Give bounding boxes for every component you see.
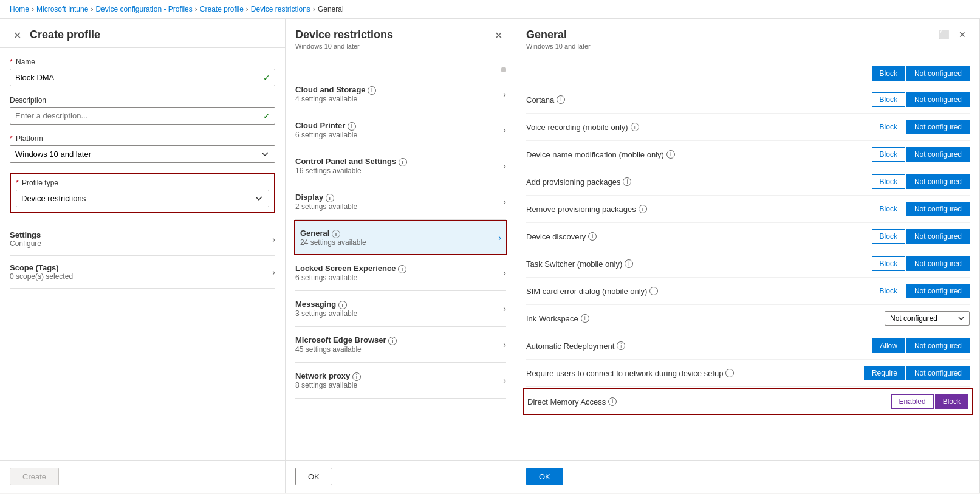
cortana-block[interactable]: Block bbox=[872, 92, 905, 107]
cortana-not-configured[interactable]: Not configured bbox=[906, 92, 970, 107]
general-maximize[interactable]: ⬜ bbox=[935, 29, 953, 41]
general-row-auto-redeploy: Automatic Redeployment i Allow Not confi… bbox=[526, 332, 970, 360]
auto-redeploy-info[interactable]: i bbox=[617, 341, 625, 350]
dma-block[interactable]: Block bbox=[935, 394, 968, 409]
general-panel: General Windows 10 and later ⬜ ✕ Block N… bbox=[516, 19, 980, 493]
remove-provision-toggle: Block Not configured bbox=[872, 202, 970, 216]
restriction-item-network-proxy[interactable]: Network proxy i 8 settings available › bbox=[295, 363, 506, 399]
require-network-not-configured[interactable]: Not configured bbox=[906, 366, 970, 380]
remove-provision-info[interactable]: i bbox=[639, 205, 647, 213]
breadcrumb-profiles[interactable]: Device configuration - Profiles bbox=[95, 5, 192, 13]
dma-enabled[interactable]: Enabled bbox=[891, 394, 934, 409]
device-name-info[interactable]: i bbox=[666, 150, 675, 159]
cortana-info[interactable]: i bbox=[557, 95, 565, 104]
device-name-block[interactable]: Block bbox=[872, 147, 905, 162]
restriction-item-general[interactable]: General i 24 settings available › bbox=[295, 221, 506, 254]
scroll-indicator bbox=[295, 65, 506, 74]
task-switcher-block[interactable]: Block bbox=[872, 256, 905, 271]
sim-block[interactable]: Block bbox=[872, 284, 905, 298]
restriction-item-messaging[interactable]: Messaging i 3 settings available › bbox=[295, 291, 506, 327]
ink-select[interactable]: Not configured Enabled Disabled bbox=[885, 311, 970, 326]
info-icon-general[interactable]: i bbox=[332, 230, 340, 238]
general-row-top-partial: Block Not configured bbox=[526, 60, 970, 86]
device-name-not-configured[interactable]: Not configured bbox=[906, 147, 970, 162]
info-icon-cloud[interactable]: i bbox=[368, 86, 376, 95]
restriction-item-cloud-printer[interactable]: Cloud Printer i 6 settings available › bbox=[295, 112, 506, 148]
breadcrumb-sep-5: › bbox=[313, 5, 315, 13]
create-profile-content: * Name ✓ Description ✓ * Platform bbox=[0, 48, 285, 460]
info-icon-control[interactable]: i bbox=[399, 158, 407, 166]
create-profile-spacer: Create profile bbox=[30, 29, 275, 41]
info-icon-edge[interactable]: i bbox=[388, 337, 397, 345]
add-provision-toggle: Block Not configured bbox=[872, 174, 970, 189]
sim-not-configured[interactable]: Not configured bbox=[906, 284, 970, 298]
breadcrumb-home[interactable]: Home bbox=[10, 5, 29, 13]
restriction-item-cloud-storage[interactable]: Cloud and Storage i 4 settings available… bbox=[295, 77, 506, 112]
voice-block[interactable]: Block bbox=[872, 120, 905, 134]
remove-provision-not-configured[interactable]: Not configured bbox=[906, 202, 970, 216]
top-partial-block[interactable]: Block bbox=[872, 66, 905, 81]
restriction-item-locked-screen[interactable]: Locked Screen Experience i 6 settings av… bbox=[295, 255, 506, 291]
general-header: General Windows 10 and later ⬜ ✕ bbox=[516, 19, 979, 55]
create-profile-footer: Create bbox=[0, 460, 285, 493]
require-network-require[interactable]: Require bbox=[864, 366, 905, 380]
platform-group: * Platform Windows 10 and later Windows … bbox=[10, 134, 275, 163]
general-row-voice: Voice recording (mobile only) i Block No… bbox=[526, 114, 970, 141]
info-icon-network[interactable]: i bbox=[352, 372, 361, 381]
remove-provision-block[interactable]: Block bbox=[872, 202, 905, 216]
device-restrictions-ok[interactable]: OK bbox=[295, 468, 332, 485]
device-restrictions-header-text: Device restrictions Windows 10 and later bbox=[295, 29, 393, 50]
voice-info[interactable]: i bbox=[631, 123, 639, 131]
scope-nav[interactable]: Scope (Tags) 0 scope(s) selected › bbox=[10, 256, 275, 289]
breadcrumb-intune[interactable]: Microsoft Intune bbox=[36, 5, 88, 13]
general-row-add-provision: Add provisioning packages i Block Not co… bbox=[526, 168, 970, 196]
auto-redeploy-toggle: Allow Not configured bbox=[872, 338, 970, 353]
profile-type-select[interactable]: Device restrictions Device features Endp… bbox=[16, 190, 269, 207]
sim-info[interactable]: i bbox=[649, 287, 658, 295]
auto-redeploy-not-configured[interactable]: Not configured bbox=[906, 338, 970, 353]
description-input[interactable] bbox=[10, 107, 275, 125]
general-row-dma: Direct Memory Access i Enabled Block bbox=[527, 394, 968, 409]
add-provision-info[interactable]: i bbox=[623, 177, 631, 186]
device-restrictions-close[interactable]: ✕ bbox=[491, 29, 506, 43]
voice-not-configured[interactable]: Not configured bbox=[906, 120, 970, 134]
device-discovery-block[interactable]: Block bbox=[872, 229, 905, 244]
restriction-general-content: General i 24 settings available bbox=[300, 228, 366, 247]
restriction-item-display[interactable]: Display i 2 settings available › bbox=[295, 184, 506, 220]
breadcrumb-create[interactable]: Create profile bbox=[200, 5, 244, 13]
task-switcher-not-configured[interactable]: Not configured bbox=[906, 256, 970, 271]
general-row-task-switcher: Task Switcher (mobile only) i Block Not … bbox=[526, 250, 970, 278]
info-icon-display[interactable]: i bbox=[326, 194, 334, 202]
scope-nav-content: Scope (Tags) 0 scope(s) selected bbox=[10, 263, 73, 281]
restriction-item-control-panel[interactable]: Control Panel and Settings i 16 settings… bbox=[295, 148, 506, 184]
device-discovery-not-configured[interactable]: Not configured bbox=[906, 229, 970, 244]
top-partial-notconfigured[interactable]: Not configured bbox=[906, 66, 970, 81]
breadcrumb-restrictions[interactable]: Device restrictions bbox=[251, 5, 310, 13]
info-icon-printer[interactable]: i bbox=[348, 122, 356, 131]
general-close[interactable]: ✕ bbox=[955, 29, 970, 41]
description-group: Description ✓ bbox=[10, 96, 275, 125]
create-profile-close[interactable]: ✕ bbox=[10, 29, 25, 43]
add-provision-block[interactable]: Block bbox=[872, 174, 905, 189]
create-button[interactable]: Create bbox=[10, 468, 59, 485]
general-window-controls: ⬜ ✕ bbox=[935, 29, 970, 41]
restriction-cloud-arrow: › bbox=[503, 89, 506, 99]
name-group: * Name ✓ bbox=[10, 58, 275, 86]
name-input[interactable] bbox=[10, 69, 275, 86]
settings-nav[interactable]: Settings Configure › bbox=[10, 223, 275, 256]
restriction-network-arrow: › bbox=[503, 376, 506, 385]
device-discovery-info[interactable]: i bbox=[588, 232, 597, 241]
add-provision-not-configured[interactable]: Not configured bbox=[906, 174, 970, 189]
general-ok[interactable]: OK bbox=[526, 468, 563, 485]
restriction-item-edge[interactable]: Microsoft Edge Browser i 45 settings ava… bbox=[295, 327, 506, 363]
ink-info[interactable]: i bbox=[581, 314, 589, 323]
dma-info[interactable]: i bbox=[608, 397, 617, 406]
task-switcher-info[interactable]: i bbox=[625, 259, 633, 268]
info-icon-locked[interactable]: i bbox=[398, 265, 406, 273]
auto-redeploy-allow[interactable]: Allow bbox=[872, 338, 905, 353]
require-network-info[interactable]: i bbox=[725, 369, 734, 377]
info-icon-messaging[interactable]: i bbox=[338, 301, 347, 309]
restriction-general-arrow: › bbox=[498, 233, 501, 242]
platform-select[interactable]: Windows 10 and later Windows 8.1 and lat… bbox=[10, 145, 275, 163]
restriction-item-general-box: General i 24 settings available › bbox=[294, 220, 507, 255]
